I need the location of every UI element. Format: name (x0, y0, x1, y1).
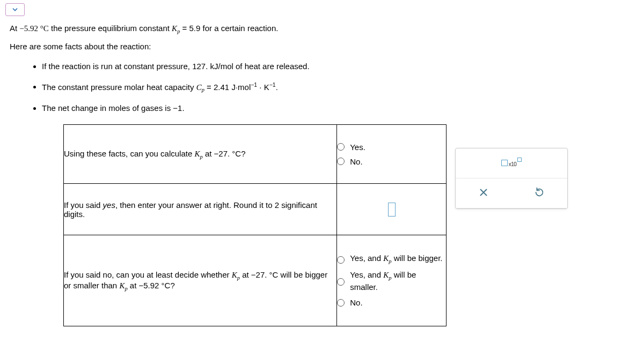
temp-value: −5.92 °C (19, 24, 48, 33)
radio-no[interactable]: No. (337, 298, 446, 307)
text-italic: yes (103, 200, 115, 210)
radio-label: No. (350, 298, 362, 307)
kp-symbol: K (172, 24, 177, 33)
text: = 2.41 J·mol (204, 82, 251, 91)
radio-label: Yes, and Kp will be bigger. (350, 253, 442, 265)
text: If the reaction is run at constant press… (42, 62, 192, 71)
collapse-toggle[interactable] (5, 3, 25, 16)
kp-symbol: K (232, 271, 237, 279)
radio-icon (337, 299, 345, 307)
answer-input[interactable] (388, 203, 396, 217)
chevron-down-icon (11, 6, 19, 13)
exp: −1 (251, 81, 257, 88)
fact-1: If the reaction is run at constant press… (42, 62, 634, 71)
question-table: Using these facts, can you calculate Kp … (63, 124, 447, 326)
exponent-box-icon (517, 158, 522, 162)
clear-button[interactable] (456, 178, 511, 208)
text: Using these facts, can you calculate (64, 149, 194, 158)
answer-keypad: x10 (455, 148, 568, 209)
problem-statement: At −5.92 °C the pressure equilibrium con… (10, 24, 634, 34)
q1-answer-cell: Yes. No. (337, 125, 447, 184)
text: ? (170, 281, 174, 290)
radio-icon (337, 158, 345, 165)
q2-answer-cell (337, 184, 447, 235)
cp-symbol: C (196, 83, 202, 91)
value: 127. kJ/mol (192, 62, 233, 71)
x-icon (478, 187, 489, 200)
text: The net change in moles of gases is (42, 103, 173, 113)
text: Yes, and (350, 253, 383, 263)
q1-prompt-cell: Using these facts, can you calculate Kp … (64, 125, 337, 184)
undo-icon (533, 187, 545, 200)
scientific-notation-button[interactable]: x10 (456, 148, 567, 178)
text: at (203, 149, 214, 158)
text: The constant pressure molar heat capacit… (42, 82, 196, 91)
text: Yes, and (350, 270, 383, 279)
radio-yes-smaller[interactable]: Yes, and Kp will be smaller. (337, 270, 446, 293)
fact-3: The net change in moles of gases is −1. (42, 103, 634, 113)
exp: −1 (269, 81, 276, 88)
radio-icon (337, 143, 345, 151)
radio-label: Yes. (350, 143, 365, 152)
temp-value: −27. °C (214, 149, 241, 158)
kp-symbol: K (383, 254, 389, 263)
x10-label: x10 (509, 161, 517, 167)
text: If you said no, can you at least decide … (64, 270, 232, 279)
facts-intro: Here are some facts about the reaction: (10, 42, 634, 51)
text: of heat are released. (233, 62, 310, 71)
radio-icon (337, 256, 345, 264)
text: will be bigger. (391, 253, 442, 263)
q2-prompt-cell: If you said yes, then enter your answer … (64, 184, 337, 235)
radio-no[interactable]: No. (337, 157, 446, 166)
radio-yes-bigger[interactable]: Yes, and Kp will be bigger. (337, 253, 446, 265)
kp-symbol: K (119, 281, 125, 290)
q3-prompt-cell: If you said no, can you at least decide … (64, 235, 337, 326)
reset-button[interactable] (511, 178, 567, 208)
q3-answer-cell: Yes, and Kp will be bigger. Yes, and Kp … (337, 235, 447, 326)
text: · K (257, 82, 269, 91)
temp-value: −27. °C (251, 270, 279, 279)
text: ? (241, 149, 245, 158)
facts-list: If the reaction is run at constant press… (42, 62, 634, 113)
value: −1 (173, 103, 182, 113)
kp-symbol: K (383, 271, 389, 279)
radio-yes[interactable]: Yes. (337, 143, 446, 152)
text: . (276, 82, 278, 91)
kp-value: 5.9 (189, 24, 200, 33)
text: at (128, 281, 139, 290)
text: the pressure equilibrium constant (49, 24, 172, 33)
radio-icon (337, 278, 345, 286)
fact-2: The constant pressure molar heat capacit… (42, 81, 634, 93)
text: . (182, 103, 184, 113)
radio-label: No. (350, 157, 362, 166)
text: for a certain reaction. (200, 24, 278, 33)
mantissa-box-icon (501, 160, 508, 166)
temp-value: −5.92 °C (139, 281, 171, 290)
kp-symbol: K (194, 150, 200, 158)
text: at (240, 270, 251, 279)
text: = (180, 24, 189, 33)
text: At (10, 24, 19, 33)
text: If you said (64, 200, 103, 210)
radio-label: Yes, and Kp will be smaller. (350, 270, 446, 293)
